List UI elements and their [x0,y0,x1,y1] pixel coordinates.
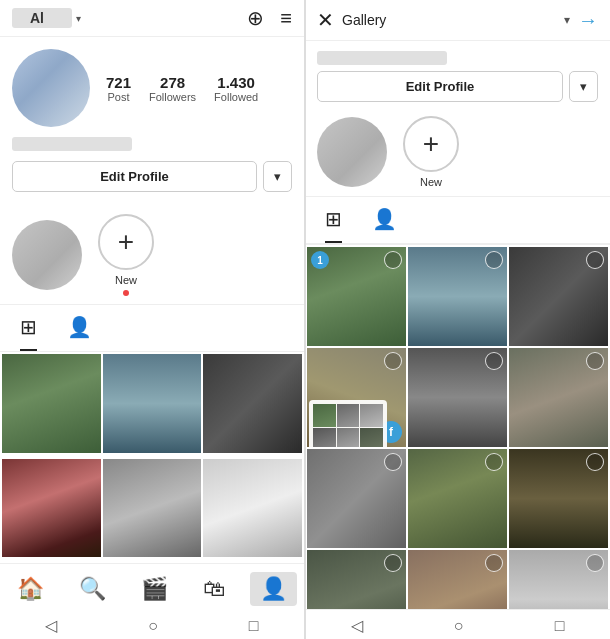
select-circle-5[interactable] [485,352,503,370]
stats-row: 721 Post 278 Followers 1.430 Followed [106,74,258,103]
select-circle-11[interactable] [485,554,503,572]
mini-cell-3 [360,404,383,427]
right-plus-symbol: + [423,128,439,160]
story-section: + New [0,208,304,304]
panel-divider [305,0,306,639]
username-text: Al [12,8,72,28]
photo-cell-6 [203,459,302,558]
next-arrow-icon[interactable]: → [578,9,598,32]
system-nav: ◁ ○ □ [0,610,304,639]
home-button[interactable]: ○ [148,617,158,635]
right-dropdown-button[interactable]: ▾ [569,71,598,102]
right-tab-grid[interactable]: ⊞ [325,197,342,243]
right-recents-button[interactable]: □ [555,617,565,635]
mini-cell-1 [313,404,336,427]
close-icon[interactable]: ✕ [317,8,334,32]
gallery-cell-3[interactable] [509,247,608,346]
right-plus-circle-icon[interactable]: + [403,116,459,172]
add-post-icon[interactable]: ⊕ [247,8,264,28]
gallery-chevron-icon[interactable]: ▾ [564,13,570,27]
stat-followed: 1.430 Followed [214,74,258,103]
plus-symbol: + [118,226,134,258]
username-area: Al ▾ [12,8,239,28]
recents-button[interactable]: □ [249,617,259,635]
posts-count: 721 [106,74,131,91]
gallery-cell-12[interactable]: 0:16 [509,550,608,609]
home-nav-icon[interactable]: 🏠 [7,572,54,606]
top-bar-icons: ⊕ ≡ [247,8,292,28]
right-system-nav: ◁ ○ □ [305,609,610,639]
tab-tagged[interactable]: 👤 [67,305,92,351]
username-chevron-icon[interactable]: ▾ [76,13,81,24]
select-circle-10[interactable] [384,554,402,572]
right-edit-profile-button[interactable]: Edit Profile [317,71,563,102]
gallery-cell-1[interactable]: 1 [307,247,406,346]
followed-label: Followed [214,91,258,103]
stat-posts: 721 Post [106,74,131,103]
photo-cell-3 [203,354,302,453]
stat-followers: 278 Followers [149,74,196,103]
gallery-cell-8[interactable] [408,449,507,548]
right-tab-tagged[interactable]: 👤 [372,197,397,243]
right-story-section: + New [305,110,610,196]
profile-row: 721 Post 278 Followers 1.430 Followed [12,49,292,127]
profile-dropdown-button[interactable]: ▾ [263,161,292,192]
reels-nav-icon[interactable]: 🎬 [131,572,178,606]
right-new-story-button[interactable]: + New [403,116,459,188]
back-button[interactable]: ◁ [45,616,57,635]
profile-section: 721 Post 278 Followers 1.430 Followed Ed… [0,37,304,208]
tab-grid[interactable]: ⊞ [20,305,37,351]
gallery-cell-4[interactable]: f [307,348,406,447]
select-circle-9[interactable] [586,453,604,471]
mini-cell-5 [337,428,360,447]
followed-count: 1.430 [217,74,255,91]
search-nav-icon[interactable]: 🔍 [69,572,116,606]
avatar [12,49,90,127]
mini-cell-6 [360,428,383,447]
profile-nav-icon[interactable]: 👤 [250,572,297,606]
gallery-label: Gallery [342,12,556,28]
gallery-cell-2[interactable] [408,247,507,346]
photo-cell-5 [103,459,202,558]
select-circle-2[interactable] [485,251,503,269]
right-profile-tabs: ⊞ 👤 [305,196,610,245]
left-panel: Al ▾ ⊕ ≡ 721 Post 278 Followers 1.430 [0,0,305,639]
select-circle-4[interactable] [384,352,402,370]
gallery-cell-7[interactable] [307,449,406,548]
plus-circle-icon[interactable]: + [98,214,154,270]
new-story-label: New [115,274,137,286]
gallery-cell-11[interactable] [408,550,507,609]
gallery-grid: 1 f [305,245,610,609]
gallery-section: 1 f [305,245,610,609]
right-top-bar: ✕ Gallery ▾ → [305,0,610,41]
posts-label: Post [108,91,130,103]
new-story-button[interactable]: + New [98,214,154,296]
edit-profile-button[interactable]: Edit Profile [12,161,257,192]
photo-cell-4 [2,459,101,558]
select-circle-7[interactable] [384,453,402,471]
story-avatar [12,220,82,290]
right-panel: ✕ Gallery ▾ → Edit Profile ▾ + New ⊞ 👤 1 [305,0,610,639]
edit-profile-row: Edit Profile ▾ [12,161,292,192]
gallery-cell-5[interactable] [408,348,507,447]
select-circle-6[interactable] [586,352,604,370]
right-back-button[interactable]: ◁ [351,616,363,635]
right-name-placeholder [317,51,447,65]
profile-tabs: ⊞ 👤 [0,304,304,352]
gallery-cell-9[interactable] [509,449,608,548]
new-story-dot [123,290,129,296]
select-circle-12[interactable] [586,554,604,572]
menu-icon[interactable]: ≡ [280,8,292,28]
right-home-button[interactable]: ○ [454,617,464,635]
mini-panel [309,400,387,447]
mini-cell-4 [313,428,336,447]
shop-nav-icon[interactable]: 🛍 [193,572,235,606]
select-circle-8[interactable] [485,453,503,471]
select-circle-1[interactable] [384,251,402,269]
photo-cell-2 [103,354,202,453]
followers-count: 278 [160,74,185,91]
gallery-cell-10[interactable] [307,550,406,609]
gallery-badge-1: 1 [311,251,329,269]
select-circle-3[interactable] [586,251,604,269]
gallery-cell-6[interactable] [509,348,608,447]
